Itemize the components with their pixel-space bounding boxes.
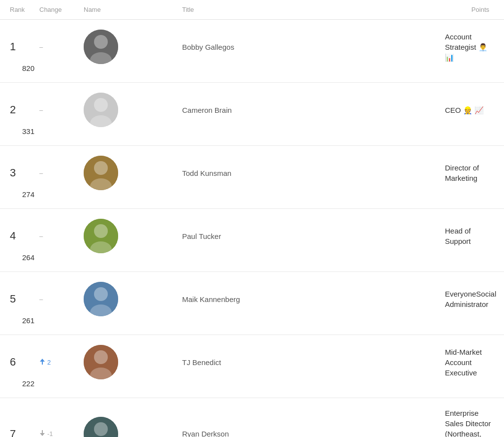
rank-change: – — [39, 233, 84, 240]
avatar — [84, 417, 118, 437]
person-points: 274 — [10, 190, 39, 199]
leaderboard: Rank Change Name Title Points 1– Bobby G… — [0, 0, 504, 437]
svg-point-13 — [94, 287, 108, 301]
header-name: Name — [84, 6, 182, 13]
rank-number: 3 — [10, 167, 39, 179]
person-name: Bobby Gallegos — [182, 43, 445, 51]
person-points: 331 — [10, 127, 39, 135]
person-name: Maik Kannenberg — [182, 295, 445, 303]
avatar — [84, 282, 118, 316]
person-title: Mid-Market Account Executive — [445, 347, 494, 378]
svg-point-7 — [94, 161, 108, 175]
rank-change: – — [39, 106, 84, 114]
rank-number: 4 — [10, 230, 39, 242]
header-change: Change — [39, 6, 84, 13]
table-row: 5– Maik KannenbergEveryoneSocial Adminis… — [0, 272, 504, 335]
person-name: Todd Kunsman — [182, 169, 445, 177]
avatar-column — [84, 282, 182, 316]
rank-number: 7 — [10, 428, 39, 437]
table-row: 1– Bobby GallegosAccount Strategist 👨‍💼📊… — [0, 20, 504, 83]
person-name: TJ Benedict — [182, 358, 445, 367]
svg-point-10 — [94, 224, 108, 238]
table-row: 62 TJ BenedictMid-Market Account Executi… — [0, 335, 504, 398]
header-points: Points — [445, 6, 494, 13]
person-title: Enterprise Sales Ditector (Northeast, Il… — [445, 408, 494, 437]
avatar-column — [84, 93, 182, 127]
person-points: 222 — [10, 379, 39, 388]
avatar-column — [84, 30, 182, 64]
change-number: 2 — [47, 359, 51, 366]
rank-change: – — [39, 43, 84, 51]
table-row: 2– Cameron BrainCEO 👷 📈331 — [0, 83, 504, 146]
rank-change: 2 — [39, 358, 84, 367]
table-header: Rank Change Name Title Points — [0, 0, 504, 20]
person-title: Head of Support — [445, 226, 494, 246]
avatar — [84, 219, 118, 253]
avatar-column — [84, 417, 182, 437]
rank-number: 1 — [10, 40, 39, 53]
rank-change: -1 — [39, 430, 84, 437]
rank-number: 6 — [10, 356, 39, 369]
person-title: Account Strategist 👨‍💼📊 — [445, 32, 494, 63]
avatar — [84, 156, 118, 190]
arrow-up-icon — [39, 358, 45, 367]
header-title: Title — [182, 6, 445, 13]
svg-point-16 — [94, 350, 108, 364]
table-row: 7-1 Ryan DerksonEnterprise Sales Ditecto… — [0, 398, 504, 437]
table-row: 4– Paul TuckerHead of Support264 — [0, 209, 504, 272]
change-number: -1 — [47, 430, 53, 437]
svg-point-4 — [94, 98, 108, 112]
person-points: 820 — [10, 64, 39, 72]
person-name: Cameron Brain — [182, 106, 445, 114]
avatar — [84, 93, 118, 127]
avatar-column — [84, 156, 182, 190]
table-body: 1– Bobby GallegosAccount Strategist 👨‍💼📊… — [0, 20, 504, 437]
table-row: 3– Todd KunsmanDirector of Marketing274 — [0, 146, 504, 209]
avatar — [84, 345, 118, 379]
person-title: EveryoneSocial Administrator — [445, 289, 494, 309]
rank-change: – — [39, 169, 84, 177]
person-name: Paul Tucker — [182, 232, 445, 240]
person-title: Director of Marketing — [445, 163, 494, 183]
svg-point-19 — [94, 422, 108, 436]
rank-number: 2 — [10, 103, 39, 116]
arrow-down-icon — [39, 430, 45, 437]
avatar-column — [84, 219, 182, 253]
rank-number: 5 — [10, 293, 39, 305]
svg-point-1 — [94, 35, 108, 49]
rank-change: – — [39, 296, 84, 303]
person-points: 261 — [10, 316, 39, 325]
avatar-column — [84, 345, 182, 379]
person-points: 264 — [10, 253, 39, 262]
person-title: CEO 👷 📈 — [445, 105, 494, 115]
avatar — [84, 30, 118, 64]
person-name: Ryan Derkson — [182, 430, 445, 437]
header-rank: Rank — [10, 6, 39, 13]
